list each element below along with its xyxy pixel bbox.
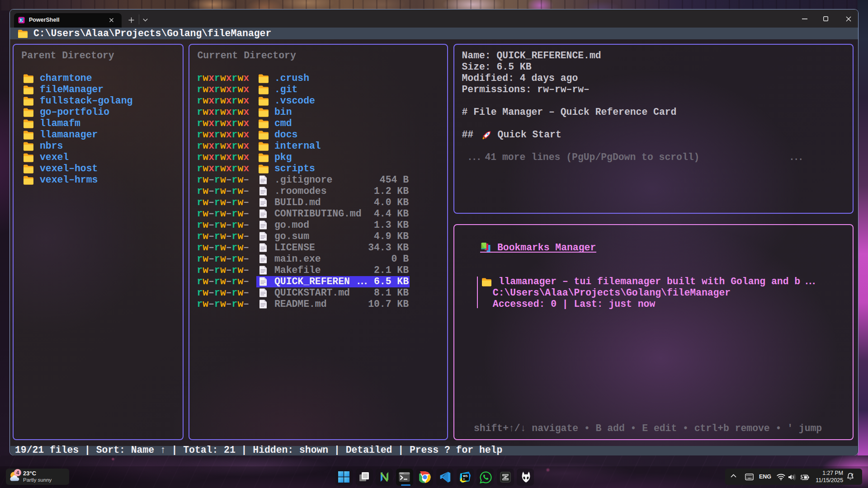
svg-text:z: z	[852, 473, 854, 475]
svg-text:WS: WS	[463, 474, 468, 478]
